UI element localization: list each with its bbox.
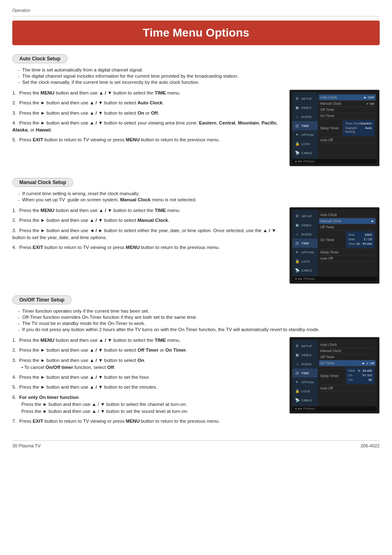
- mc-sidebar-time: ◷TIME: [292, 239, 318, 248]
- ot-bullet-4: If you do not press any button within 2 …: [18, 327, 380, 332]
- mc-date-row: Date2 / 15: [348, 237, 372, 241]
- ot-bullet-3: The TV must be in standby mode for the O…: [18, 321, 380, 326]
- bullet-2: The digital channel signal includes info…: [18, 74, 380, 78]
- ot-step-4: 4. Press the ► button and then use ▲ / ▼…: [12, 374, 281, 381]
- sidebar-video: ▣VIDEO: [292, 103, 318, 112]
- auto-clock-header: Auto Clock Setup: [12, 54, 67, 63]
- auto-clock-tv-image: ⚙SETUP ▣VIDEO ♪AUDIO ◷TIME ✦OPTION 🔒LOCK…: [289, 90, 380, 166]
- mc-bullet-2: When you set up TV guide on screen syste…: [18, 197, 380, 202]
- ot-step-7: 7. Press EXIT button to return to TV vie…: [12, 418, 281, 425]
- mc-year-row: Year2005: [348, 233, 372, 237]
- ot-time-row: Time5 : 38 AM: [348, 369, 372, 373]
- mc-step-2: 2. Press the ► button and then use ▲ / ▼…: [12, 217, 281, 224]
- sidebar-lock: 🔒LOCK: [292, 139, 318, 148]
- onoff-timer-steps: 1. Press the MENU button and then use ▲ …: [12, 337, 281, 428]
- sidebar-cable: 📡CABLE: [292, 148, 318, 157]
- tv-content-2: Auto Clock Manual Clock► Off Timer On Ti…: [318, 210, 377, 276]
- tv-menu-3: ⚙SETUP ▣VIDEO ♪AUDIO ◷TIME ✦OPTION 🔒LOCK…: [292, 340, 377, 406]
- onoff-timer-tv-image: ⚙SETUP ▣VIDEO ♪AUDIO ◷TIME ✦OPTION 🔒LOCK…: [289, 337, 380, 414]
- onoff-timer-header: On/Off Timer Setup: [12, 295, 71, 304]
- ot-tv-row-auto-off: Auto Off: [320, 385, 374, 391]
- mc-step-4: 4. Press EXIT button to return to TV vie…: [12, 244, 281, 251]
- ot-step-3: 3. Press the ► button and then use ▲ / ▼…: [12, 357, 281, 371]
- sidebar-audio: ♪AUDIO: [292, 112, 318, 121]
- mc-tv-row-manual-clock: Manual Clock►: [319, 218, 376, 224]
- tv-sidebar-2: ⚙SETUP ▣VIDEO ♪AUDIO ◷TIME ✦OPTION 🔒LOCK…: [292, 210, 318, 276]
- ot-step-5: 5. Press the ► button and then use ▲ / ▼…: [12, 384, 281, 391]
- ot-tv-row-sleep: Sleep Timer Time5 : 38 AM Ch.TV 3-0 Vol3…: [320, 366, 374, 385]
- tv-screen-2: ⚙SETUP ▣VIDEO ♪AUDIO ◷TIME ✦OPTION 🔒LOCK…: [292, 210, 377, 281]
- sidebar-option: ✦OPTION: [292, 130, 318, 139]
- ot-tv-row-auto-clock: Auto Clock: [320, 342, 374, 348]
- ot-bullet-1: Timer function operates only if the curr…: [18, 309, 380, 313]
- step-1: 1. Press the MENU button and then use ▲ …: [12, 90, 281, 97]
- tv-row-off-timer: Off Timer: [320, 107, 374, 113]
- ot-tv-row-manual-clock: Manual Clock: [320, 348, 374, 354]
- mc-sidebar-video: ▣VIDEO: [292, 221, 318, 230]
- ot-sidebar-lock: 🔒LOCK: [292, 387, 318, 396]
- onoff-timer-section: On/Off Timer Setup Timer function operat…: [12, 295, 380, 428]
- manual-clock-steps: 1. Press the MENU button and then use ▲ …: [12, 207, 281, 254]
- tz-row: Time ZoneEastern: [345, 122, 372, 125]
- manual-clock-content: 1. Press the MENU button and then use ▲ …: [12, 207, 380, 284]
- bullet-1: The time is set automatically from a dig…: [18, 67, 380, 72]
- footer-right: 206-4022: [361, 443, 380, 448]
- bullet-3: Set the clock manually, if the current t…: [18, 80, 380, 85]
- ot-tv-row-on-timer: On Timer► ✓ Off: [319, 360, 376, 366]
- tv-row-manual-clock: Manual Clock✓ On: [320, 101, 374, 107]
- mc-step-1: 1. Press the MENU button and then use ▲ …: [12, 207, 281, 214]
- tv-content-1: Auto Clock► OFF Manual Clock✓ On Off Tim…: [318, 92, 377, 159]
- step-4: 4. Press the ► button and then use ▲ / ▼…: [12, 120, 281, 134]
- step-5: 5. Press EXIT button to return to TV vie…: [12, 136, 281, 143]
- mc-time-row: Time10 : 55 AM: [348, 242, 372, 246]
- step-3: 3. Press the ► button and then use ▲ / ▼…: [12, 110, 281, 117]
- ot-ch-row: Ch.TV 3-0: [348, 373, 372, 377]
- page-title: Time Menu Options: [12, 21, 380, 45]
- mc-sidebar-audio: ♪AUDIO: [292, 230, 318, 239]
- mc-tv-right: Year2005 Date2 / 15 Time10 : 55 AM: [346, 231, 374, 248]
- tv-row-on-timer: On Timer: [320, 113, 374, 119]
- ot-bullet-2: Off-Timer function overrides On-Timer fu…: [18, 315, 380, 320]
- ot-tv-row-off-timer: Off Timer: [320, 354, 374, 360]
- sidebar-time: ◷TIME: [292, 121, 318, 130]
- tv-screen-1: ⚙SETUP ▣VIDEO ♪AUDIO ◷TIME ✦OPTION 🔒LOCK…: [292, 92, 377, 164]
- mc-tv-row-auto-off: Auto Off: [320, 256, 374, 262]
- tv-sidebar-3: ⚙SETUP ▣VIDEO ♪AUDIO ◷TIME ✦OPTION 🔒LOCK…: [292, 340, 318, 406]
- ot-sidebar-time: ◷TIME: [292, 368, 318, 378]
- manual-clock-tv-image: ⚙SETUP ▣VIDEO ♪AUDIO ◷TIME ✦OPTION 🔒LOCK…: [289, 207, 380, 284]
- ot-step-6: 6. For only On timer function Press the …: [12, 394, 281, 415]
- auto-clock-section: Auto Clock Setup The time is set automat…: [12, 54, 380, 166]
- ot-sidebar-option: ✦OPTION: [292, 378, 318, 387]
- tv-footer-3: ◄◄► Previous: [292, 406, 377, 411]
- auto-clock-bullets: The time is set automatically from a dig…: [18, 67, 380, 85]
- auto-clock-content: 1. Press the MENU button and then use ▲ …: [12, 90, 380, 166]
- page-footer: 30 Plasma TV 206-4022: [12, 440, 380, 448]
- tv-footer-2: ◄◄► Previous: [292, 276, 377, 281]
- onoff-timer-content: 1. Press the MENU button and then use ▲ …: [12, 337, 380, 428]
- tv-sidebar-1: ⚙SETUP ▣VIDEO ♪AUDIO ◷TIME ✦OPTION 🔒LOCK…: [292, 92, 318, 159]
- mc-tv-row-on-timer: On Timer Year2005 Date2 / 15 Time10 : 55…: [320, 230, 374, 249]
- tv-menu-1: ⚙SETUP ▣VIDEO ♪AUDIO ◷TIME ✦OPTION 🔒LOCK…: [292, 92, 377, 159]
- auto-clock-steps: 1. Press the MENU button and then use ▲ …: [12, 90, 281, 147]
- tv-row-sleep-timer: Sleep Timer Time ZoneEastern DaylightSav…: [320, 119, 374, 137]
- mc-tv-row-sleep: Sleep Timer: [320, 249, 374, 256]
- mc-tv-row-auto-clock: Auto Clock: [320, 212, 374, 218]
- footer-left: 30 Plasma TV: [12, 443, 41, 448]
- manual-clock-bullets: If current time setting is wrong, reset …: [18, 191, 380, 202]
- tv-content-3: Auto Clock Manual Clock Off Timer On Tim…: [318, 340, 377, 406]
- tv-row-auto-off: Auto Off: [320, 137, 374, 143]
- onoff-timer-bullets: Timer function operates only if the curr…: [18, 309, 380, 332]
- ot-step-1: 1. Press the MENU button and then use ▲ …: [12, 337, 281, 344]
- manual-clock-section: Manual Clock Setup If current time setti…: [12, 178, 380, 284]
- mc-sidebar-option: ✦OPTION: [292, 248, 318, 257]
- mc-step-3: 3. Press the ► button and then use ◄ / ►…: [12, 227, 281, 242]
- ot-step-2: 2. Press the ► button and then use ▲ / ▼…: [12, 347, 281, 354]
- tv-footer-1: ◄◄► Previous: [292, 159, 377, 164]
- mc-sidebar-cable: 📡CABLE: [292, 266, 318, 275]
- step-2: 2. Press the ► button and then use ▲ / ▼…: [12, 99, 281, 106]
- ot-vol-row: Vol38: [348, 378, 372, 382]
- mc-bullet-1: If current time setting is wrong, reset …: [18, 191, 380, 196]
- ds-row: DaylightSavingAuto: [345, 126, 372, 134]
- tv-menu-2: ⚙SETUP ▣VIDEO ♪AUDIO ◷TIME ✦OPTION 🔒LOCK…: [292, 210, 377, 276]
- mc-sidebar-setup: ⚙SETUP: [292, 212, 318, 221]
